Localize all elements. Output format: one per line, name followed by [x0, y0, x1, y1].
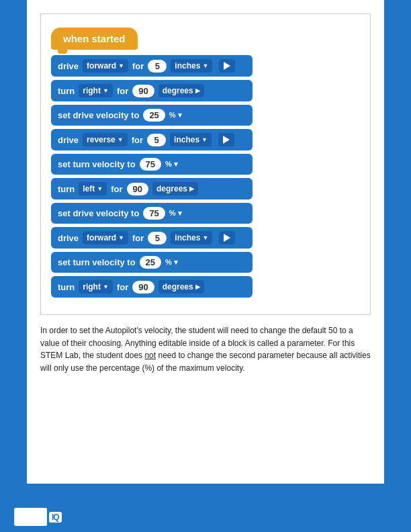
block-turn-text2: turn — [58, 184, 75, 194]
block-percent-1[interactable]: % ▾ — [169, 111, 182, 120]
block-forward-dropdown[interactable]: forward ▼ — [83, 59, 128, 73]
block-value-75-2[interactable]: 75 — [143, 207, 165, 220]
footer: VEXIQ — [0, 502, 411, 532]
block-reverse-dropdown[interactable]: reverse ▼ — [83, 133, 128, 146]
block-percent-4[interactable]: % ▾ — [165, 258, 178, 267]
block-value-90-3[interactable]: 90 — [132, 281, 154, 294]
block-right-dropdown1[interactable]: right ▼ — [79, 84, 113, 97]
block-drive-text: drive — [58, 61, 79, 71]
block-for-text3: for — [132, 135, 143, 145]
block-inches-dropdown3[interactable]: inches ▼ — [171, 231, 212, 245]
block-left-dropdown[interactable]: left ▼ — [79, 182, 107, 195]
block-set-drive-vel-text1: set drive velocity to — [58, 110, 139, 120]
block-for-text1: for — [132, 61, 144, 71]
block-value-5-3[interactable]: 5 — [148, 232, 167, 245]
block-play-1[interactable] — [219, 59, 235, 73]
block-drive-forward: drive forward ▼ for 5 inches ▼ — [51, 55, 253, 77]
block-drive-text2: drive — [58, 135, 79, 145]
vex-iq-badge: IQ — [49, 512, 62, 523]
block-set-drive-velocity-1: set drive velocity to 25 % ▾ — [51, 105, 253, 126]
block-degrees-dropdown1[interactable]: degrees ▶ — [158, 84, 204, 97]
block-set-turn-velocity-2: set turn velocity to 25 % ▾ — [51, 252, 253, 273]
blocks-area: when started drive forward ▼ for 5 inche… — [40, 13, 371, 315]
block-turn-left: turn left ▼ for 90 degrees ▶ — [51, 178, 253, 200]
block-degrees-dropdown3[interactable]: degrees ▶ — [158, 280, 204, 294]
vex-logo: VEXIQ — [12, 508, 62, 526]
block-value-25-1[interactable]: 25 — [143, 109, 165, 122]
block-for-text2: for — [117, 86, 128, 96]
block-turn-text3: turn — [58, 282, 75, 292]
block-degrees-dropdown2[interactable]: degrees ▶ — [152, 182, 198, 195]
block-turn-right-2: turn right ▼ for 90 degrees ▶ — [51, 276, 253, 298]
block-turn-text1: turn — [58, 86, 75, 96]
block-play-3[interactable] — [219, 231, 235, 245]
block-forward-dropdown2[interactable]: forward ▼ — [83, 231, 128, 245]
block-set-drive-vel-text2: set drive velocity to — [58, 208, 139, 218]
block-drive-forward-2: drive forward ▼ for 5 inches ▼ — [51, 227, 253, 249]
block-set-drive-velocity-2: set drive velocity to 75 % ▾ — [51, 203, 253, 224]
block-percent-3[interactable]: % ▾ — [169, 209, 182, 218]
page-content: when started drive forward ▼ for 5 inche… — [27, 0, 384, 484]
block-value-75-1[interactable]: 75 — [140, 158, 161, 171]
block-value-5-1[interactable]: 5 — [148, 60, 167, 73]
block-turn-right-1: turn right ▼ for 90 degrees ▶ — [51, 80, 253, 101]
block-drive-reverse: drive reverse ▼ for 5 inches ▼ — [51, 129, 253, 150]
block-inches-dropdown1[interactable]: inches ▼ — [171, 59, 212, 73]
block-right-dropdown2[interactable]: right ▼ — [79, 280, 113, 294]
block-play-2[interactable] — [218, 133, 234, 146]
block-value-90-1[interactable]: 90 — [132, 85, 154, 97]
block-value-90-2[interactable]: 90 — [127, 183, 148, 195]
block-for-text5: for — [132, 233, 144, 243]
block-drive-text3: drive — [58, 233, 79, 243]
when-started-label: when started — [63, 33, 126, 44]
block-inches-dropdown2[interactable]: inches ▼ — [170, 133, 212, 146]
when-started-block: when started — [51, 28, 138, 50]
block-value-5-2[interactable]: 5 — [147, 134, 166, 146]
block-value-25-2[interactable]: 25 — [140, 256, 161, 269]
block-for-text6: for — [117, 282, 128, 292]
block-set-turn-velocity-1: set turn velocity to 75 % ▾ — [51, 154, 253, 175]
block-set-turn-vel-text2: set turn velocity to — [58, 257, 136, 267]
block-percent-2[interactable]: % ▾ — [165, 160, 178, 169]
block-for-text4: for — [111, 184, 122, 194]
description-text: In order to set the Autopilot's velocity… — [40, 324, 371, 374]
block-set-turn-vel-text1: set turn velocity to — [58, 159, 136, 169]
